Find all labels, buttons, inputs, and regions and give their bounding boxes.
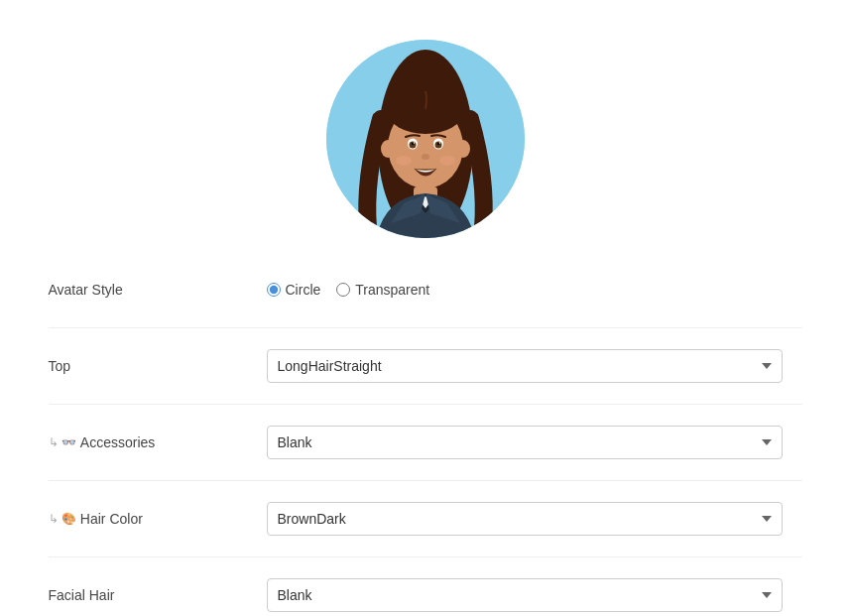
divider-2 (49, 404, 802, 405)
svg-point-16 (396, 156, 412, 166)
accessories-select[interactable]: Blank Kurt Prescription01 Prescription02… (267, 426, 783, 459)
top-row: Top LongHairStraight LongHairCurly Short… (49, 344, 802, 388)
svg-point-14 (438, 142, 440, 144)
radio-circle[interactable]: Circle (267, 282, 321, 298)
avatar-preview (326, 40, 525, 238)
facial-hair-row: Facial Hair Blank BeardMedium BeardLight… (49, 573, 802, 616)
radio-circle-input[interactable] (267, 283, 281, 297)
accessories-control: Blank Kurt Prescription01 Prescription02… (267, 426, 802, 459)
radio-group-style: Circle Transparent (267, 282, 802, 298)
svg-point-17 (439, 156, 455, 166)
svg-point-5 (381, 140, 395, 158)
top-control: LongHairStraight LongHairCurly ShortHair… (267, 349, 802, 383)
radio-transparent-input[interactable] (336, 283, 350, 297)
divider-3 (49, 480, 802, 481)
accessories-row: ↳ 👓 Accessories Blank Kurt Prescription0… (49, 421, 802, 464)
svg-point-6 (456, 140, 470, 158)
page-container: Avatar Style Circle Transparent (0, 0, 850, 616)
hair-color-select[interactable]: BrownDark Auburn Black Blonde BlondeGold… (267, 502, 783, 536)
divider-4 (49, 556, 802, 557)
form-section: Avatar Style Circle Transparent (49, 268, 802, 616)
svg-point-13 (413, 142, 415, 144)
avatar-style-controls: Circle Transparent (267, 282, 802, 298)
avatar-svg (326, 40, 525, 238)
hair-color-row: ↳ 🎨 Hair Color BrownDark Auburn Black Bl… (49, 497, 802, 541)
facial-hair-select[interactable]: Blank BeardMedium BeardLight BeardMajest… (267, 578, 783, 612)
hair-color-control: BrownDark Auburn Black Blonde BlondeGold… (267, 502, 802, 536)
hair-color-sub-icon: ↳ 🎨 (49, 512, 76, 526)
radio-transparent[interactable]: Transparent (336, 282, 429, 298)
radio-circle-label: Circle (286, 282, 321, 298)
facial-hair-control: Blank BeardMedium BeardLight BeardMajest… (267, 578, 802, 612)
facial-hair-label: Facial Hair (49, 587, 267, 603)
divider-1 (49, 327, 802, 328)
hair-color-label: ↳ 🎨 Hair Color (49, 511, 267, 527)
svg-point-15 (422, 154, 429, 160)
avatar-style-label: Avatar Style (49, 282, 267, 298)
accessories-sub-icon: ↳ 👓 (49, 435, 76, 449)
accessories-label: ↳ 👓 Accessories (49, 434, 267, 450)
avatar-style-row: Avatar Style Circle Transparent (49, 268, 802, 311)
top-label: Top (49, 358, 267, 374)
radio-transparent-label: Transparent (355, 282, 429, 298)
top-select[interactable]: LongHairStraight LongHairCurly ShortHair… (267, 349, 783, 383)
